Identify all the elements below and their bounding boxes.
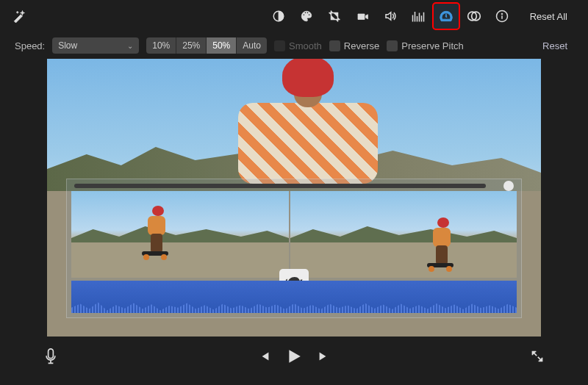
clip-thumbnail [71, 191, 289, 278]
camera-icon[interactable] [349, 3, 376, 29]
preview-subject [216, 59, 378, 198]
checkbox-icon [274, 40, 285, 51]
clip-speed-handle[interactable] [503, 181, 514, 191]
preserve-pitch-checkbox[interactable]: Preserve Pitch [387, 40, 464, 51]
checkbox-icon [329, 40, 340, 51]
play-button[interactable] [286, 348, 302, 367]
speed-dropdown-value: Slow [58, 40, 77, 51]
color-palette-icon[interactable] [293, 3, 320, 29]
speed-preset-25[interactable]: 25% [176, 37, 207, 54]
crop-icon[interactable] [321, 3, 348, 29]
playback-bar [0, 337, 588, 378]
smooth-checkbox: Smooth [274, 40, 322, 51]
clip-overlay[interactable] [66, 179, 522, 318]
contrast-icon[interactable] [265, 3, 292, 29]
speed-presets: 10% 25% 50% Auto [146, 37, 267, 54]
overlap-circles-icon[interactable] [461, 3, 487, 29]
inspector-toolbar: Reset All [0, 0, 588, 32]
fullscreen-icon[interactable] [531, 350, 544, 365]
reset-all-button[interactable]: Reset All [524, 8, 573, 25]
preserve-pitch-label: Preserve Pitch [401, 40, 464, 51]
checkbox-icon [387, 40, 398, 51]
chevron-down-icon: ⌄ [127, 42, 133, 50]
speed-controls-row: Speed: Slow ⌄ 10% 25% 50% Auto Smooth Re… [0, 32, 588, 59]
speed-preset-10[interactable]: 10% [146, 37, 176, 54]
clip-audio-waveform[interactable] [71, 281, 517, 313]
magic-wand-icon[interactable] [6, 3, 32, 29]
speed-preset-50[interactable]: 50% [207, 37, 237, 54]
video-preview[interactable] [47, 59, 541, 337]
clip-speed-bar[interactable] [74, 184, 486, 188]
microphone-icon[interactable] [44, 348, 57, 367]
svg-point-4 [501, 13, 503, 15]
speed-label: Speed: [15, 40, 45, 51]
reset-button[interactable]: Reset [537, 38, 573, 54]
smooth-label: Smooth [289, 40, 322, 51]
speedometer-icon[interactable] [433, 3, 459, 29]
clip-thumbnail [290, 191, 517, 278]
speed-preset-auto[interactable]: Auto [237, 37, 267, 54]
next-frame-button[interactable] [318, 350, 330, 364]
reverse-label: Reverse [344, 40, 379, 51]
previous-frame-button[interactable] [258, 350, 270, 364]
speed-dropdown[interactable]: Slow ⌄ [52, 37, 139, 54]
equalizer-icon[interactable] [405, 3, 431, 29]
reverse-checkbox[interactable]: Reverse [329, 40, 379, 51]
info-icon[interactable] [489, 3, 515, 29]
speaker-icon[interactable] [377, 3, 404, 29]
